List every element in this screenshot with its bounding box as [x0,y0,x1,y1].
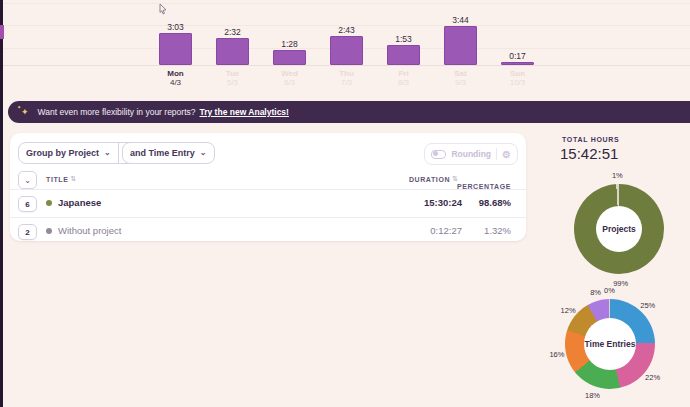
column-header-duration[interactable]: DURATION ⇅ [409,175,458,183]
row-percentage: 98.68% [479,197,511,208]
group-count-badge[interactable]: 6 [18,196,37,212]
donut-slice-label: 22% [645,373,660,382]
report-card: Group by Project ⌄ and Time Entry ⌄ Roun… [10,133,526,241]
donut-hole: Time Entries [584,318,636,370]
donut-slice-label: 8% [590,287,601,296]
row-duration: 15:30:24 [424,197,462,208]
column-header-title[interactable]: TITLE ⇅ [46,175,76,183]
gear-icon[interactable]: ⚙ [502,149,511,160]
secondary-filter: and Time Entry ⌄ [122,142,215,164]
sidebar-active-item[interactable] [0,25,4,39]
row-title: Japanese [58,197,101,208]
day-label: Wed [270,69,310,78]
date-label: 7/3 [327,78,367,87]
chevron-down-icon: ⌄ [200,148,207,157]
analytics-banner: ✦✦ Want even more flexibility in your re… [8,101,690,123]
bar-value-label: 1:53 [384,34,424,44]
row-duration: 0:12:27 [430,225,462,236]
sparkles-icon: ✦✦ [21,108,29,117]
row-percentage: 1.32% [484,225,511,236]
group-count-badge[interactable]: 2 [18,224,37,240]
donut-slice-label: 12% [561,305,576,314]
toggle-off-icon[interactable] [431,150,446,159]
bar-value-label: 0:17 [498,51,538,61]
donut-slice-label: 16% [549,350,564,359]
time-entries-donut-chart: Time Entries25%22%18%16%12%8%0% [565,299,655,389]
sidebar-edge [0,0,3,407]
date-label: 10/3 [498,78,538,87]
table-row[interactable]: 6 Japanese 15:30:24 98.68% [10,190,526,217]
project-color-dot [46,200,52,206]
date-label: 9/3 [441,78,481,87]
bar-value-label: 2:43 [327,25,367,35]
day-label: Tue [213,69,253,78]
select-all-dropdown[interactable]: ⌄ [18,171,37,189]
mouse-cursor-icon [158,1,168,19]
bar-value-label: 3:03 [156,22,196,32]
donut-slice-label: 25% [640,301,655,310]
bar-value-label: 2:32 [213,27,253,37]
bar-value-label: 1:28 [270,39,310,49]
project-color-dot [46,228,52,234]
day-label: Sat [441,69,481,78]
day-label: Thu [327,69,367,78]
bar-value-label: 3:44 [441,15,481,25]
donut-hole: Projects [596,206,642,252]
bar[interactable] [387,45,420,65]
total-hours-label: TOTAL HOURS [562,136,619,143]
time-entry-dropdown[interactable]: and Time Entry ⌄ [123,143,214,163]
total-hours-value: 15:42:51 [560,145,618,162]
chevron-down-icon: ⌄ [24,176,31,185]
reports-page: 3:03Mon4/32:32Tue5/31:28Wed6/32:43Thu7/3… [0,0,690,407]
day-label: Sun [498,69,538,78]
table-row[interactable]: 2 Without project 0:12:27 1.32% [10,218,526,245]
day-label: Fri [384,69,424,78]
bar[interactable] [444,26,477,65]
x-axis-line [0,65,690,66]
day-label: Mon [156,69,196,78]
bar[interactable] [159,33,192,65]
bar[interactable] [273,50,306,65]
sort-icon: ⇅ [70,175,76,183]
weekly-bar-chart: 3:03Mon4/32:32Tue5/31:28Wed6/32:43Thu7/3… [0,0,690,92]
donut-center-label: Time Entries [585,339,636,349]
donut-slice-label: 99% [613,278,628,287]
bar[interactable] [216,38,249,65]
table-header: ⌄ TITLE ⇅ DURATION ⇅ PERCENTAGE [10,171,526,189]
bar[interactable] [330,36,363,65]
projects-donut-chart: Projects99%1% [574,184,664,274]
donut-slice-label: 0% [604,286,615,295]
date-label: 6/3 [270,78,310,87]
donut-center-label: Projects [602,224,636,234]
bar[interactable] [501,62,534,65]
donut-slice-label: 1% [612,171,623,180]
banner-text: Want even more flexibility in your repor… [38,107,196,117]
rounding-label: Rounding [451,149,491,159]
row-title: Without project [58,225,121,236]
donut-slice-label: 18% [585,391,600,400]
try-new-analytics-link[interactable]: Try the new Analytics! [200,107,289,117]
date-label: 8/3 [384,78,424,87]
chevron-down-icon: ⌄ [104,148,111,157]
date-label: 4/3 [156,78,196,87]
group-by-dropdown[interactable]: Group by Project ⌄ [19,143,118,163]
gridline [0,3,690,4]
rounding-control: Rounding ⚙ [424,143,518,165]
date-label: 5/3 [213,78,253,87]
